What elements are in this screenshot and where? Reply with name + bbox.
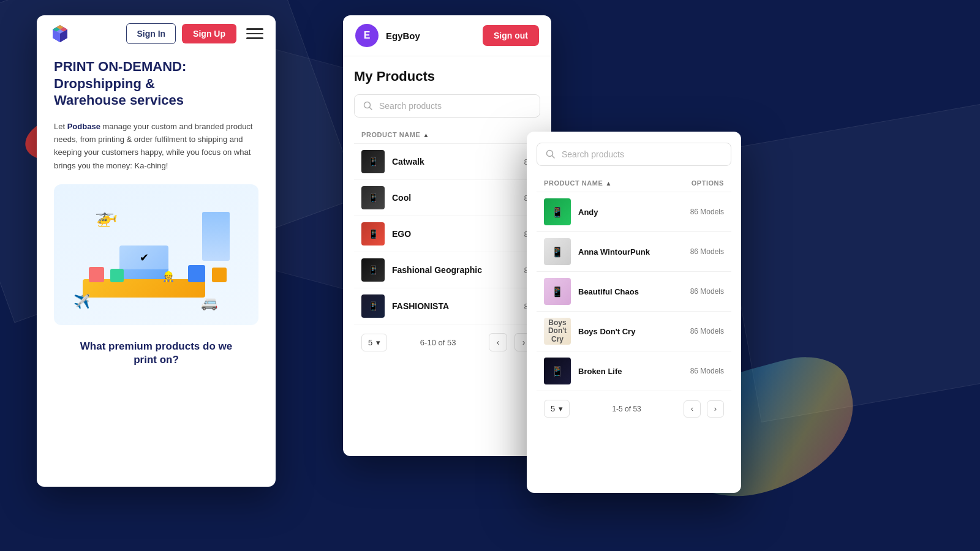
product-thumbnail: 📱: [361, 150, 385, 173]
product-options-right: 86 Models: [675, 367, 724, 375]
table-footer: 5 ▾ 6-10 of 53 ‹ ›: [354, 324, 540, 360]
table-header: PRODUCT NAME ▲: [354, 126, 540, 144]
pagination-prev-button-right[interactable]: ‹: [684, 400, 701, 418]
product-name-right: Boys Don't Cry: [578, 327, 668, 336]
product-thumbnail: 📱: [361, 294, 385, 318]
page-title: My Products: [354, 69, 540, 84]
sign-in-button[interactable]: Sign In: [126, 23, 176, 44]
hero-illustration: 🚁 ✔ ✈️ 🚐 👷: [54, 184, 258, 325]
search-bar[interactable]: Search products: [354, 94, 540, 118]
sign-up-button[interactable]: Sign Up: [182, 24, 236, 43]
right-screen: Search products PRODUCT NAME ▲ OPTIONS 📱…: [527, 132, 741, 493]
pagination-next-button-right[interactable]: ›: [707, 400, 724, 418]
building-icon: [202, 212, 230, 261]
product-thumbnail: 📱: [361, 222, 385, 246]
table-row: 📱 FASHIONISTA 86: [354, 288, 540, 324]
left-screen: Sign In Sign Up PRINT ON-DEMAND: Dropshi…: [37, 15, 276, 487]
logo-icon: [49, 23, 71, 45]
per-page-select-right[interactable]: 5 ▾: [544, 400, 570, 418]
product-options-right: 86 Models: [675, 287, 724, 296]
gift2-icon: [110, 269, 124, 282]
product-name-right: Andy: [578, 208, 668, 217]
product-thumbnail-right: 📱: [544, 278, 571, 305]
product-name: Catwalk: [392, 157, 489, 167]
svg-line-8: [370, 108, 372, 110]
bottom-section-title: What premium products do we print on?: [54, 340, 258, 367]
pagination-info-right: 1-5 of 53: [576, 405, 677, 413]
table-row: 📱 Cool 86: [354, 180, 540, 216]
product-name: Fashional Geographic: [392, 265, 489, 275]
left-content: PRINT ON-DEMAND: Dropshipping & Warehous…: [37, 52, 276, 379]
user-name: EgyBoy: [386, 31, 475, 41]
avatar: E: [355, 24, 379, 47]
product-name-right: Broken Life: [578, 367, 668, 376]
product-thumbnail: 📱: [361, 258, 385, 282]
svg-line-10: [552, 156, 555, 159]
laptop-icon: ✔: [119, 246, 168, 279]
product-thumbnail-right: 📱: [544, 198, 571, 225]
table-row-right: 📱 Broken Life 86 Models: [537, 351, 731, 391]
product-name: FASHIONISTA: [392, 301, 489, 311]
search-icon: [363, 101, 373, 111]
search-placeholder: Search products: [379, 101, 442, 111]
left-nav: Sign In Sign Up: [37, 15, 276, 52]
middle-body: My Products Search products PRODUCT NAME…: [343, 56, 551, 372]
gift1-icon: [89, 267, 104, 282]
middle-nav: E EgyBoy Sign out: [343, 15, 551, 56]
pagination-info: 6-10 of 53: [394, 338, 481, 347]
middle-screen: E EgyBoy Sign out My Products Search pro…: [343, 15, 551, 456]
search-bar-right[interactable]: Search products: [537, 143, 731, 166]
product-name: Cool: [392, 193, 489, 203]
hamburger-menu-icon[interactable]: [246, 25, 263, 42]
sign-out-button[interactable]: Sign out: [483, 25, 539, 46]
table-footer-right: 5 ▾ 1-5 of 53 ‹ ›: [537, 391, 731, 426]
product-options-right: 86 Models: [675, 208, 724, 216]
table-row: 📱 Fashional Geographic 86: [354, 252, 540, 288]
search-placeholder-right: Search products: [562, 149, 624, 159]
product-name-right: Anna WintourPunk: [578, 247, 668, 257]
right-body: Search products PRODUCT NAME ▲ OPTIONS 📱…: [527, 132, 741, 437]
product-options-right: 86 Models: [675, 247, 724, 256]
product-thumbnail: 📱: [361, 186, 385, 209]
product-name: EGO: [392, 229, 489, 239]
per-page-select[interactable]: 5 ▾: [361, 334, 387, 351]
table-row-right: 📱 Anna WintourPunk 86 Models: [537, 232, 731, 272]
search-icon-right: [546, 149, 556, 159]
table-row: 📱 EGO 86: [354, 216, 540, 252]
product-thumbnail-right: 📱: [544, 238, 571, 265]
product-options-right: 86 Models: [675, 327, 724, 335]
table-row-right: 📱 Beautiful Chaos 86 Models: [537, 272, 731, 312]
product-thumbnail-right: 📱: [544, 358, 571, 384]
screens-container: Sign In Sign Up PRINT ON-DEMAND: Dropshi…: [0, 0, 980, 551]
pagination-prev-button[interactable]: ‹: [489, 333, 507, 351]
hero-description: Let Podbase manage your custom and brand…: [54, 120, 258, 173]
hero-title: PRINT ON-DEMAND: Dropshipping & Warehous…: [54, 58, 258, 109]
product-name-right: Beautiful Chaos: [578, 287, 668, 296]
drone-icon: 🚁: [95, 206, 118, 227]
product-thumbnail-right: BoysDon'tCry: [544, 318, 571, 345]
table-header-right: PRODUCT NAME ▲ OPTIONS: [537, 174, 731, 192]
table-row: 📱 Catwalk 86: [354, 144, 540, 180]
table-row-right: 📱 Andy 86 Models: [537, 192, 731, 232]
table-row-right: BoysDon'tCry Boys Don't Cry 86 Models: [537, 312, 731, 351]
